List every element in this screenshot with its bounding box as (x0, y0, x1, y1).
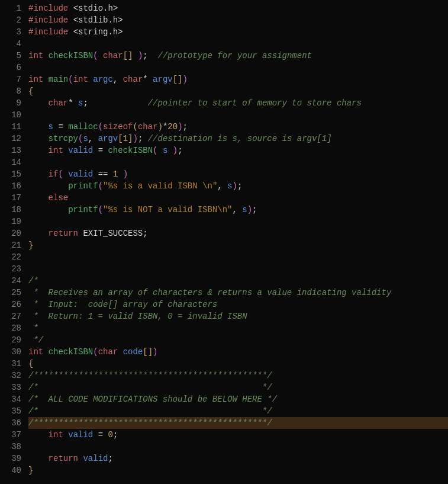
line-number: 39 (0, 453, 21, 464)
line-number: 9 (0, 97, 21, 109)
code-content[interactable]: #include <stdio.h>#include <stdlib.h>#in… (28, 2, 448, 476)
code-line[interactable]: * Receives an array of characters & retu… (28, 287, 448, 299)
line-number: 36 (0, 417, 21, 429)
code-line[interactable]: * Input: code[] array of characters (28, 299, 448, 310)
code-line[interactable]: int valid = checkISBN( s ); (28, 145, 448, 156)
line-number: 10 (0, 109, 21, 121)
code-line[interactable]: /***************************************… (28, 370, 448, 382)
code-line[interactable]: printf("%s is NOT a valid ISBN\n", s); (28, 204, 448, 216)
line-number: 31 (0, 358, 21, 370)
code-line[interactable] (28, 263, 448, 275)
code-line[interactable]: } (28, 464, 448, 476)
line-number: 23 (0, 263, 21, 275)
code-line[interactable] (28, 216, 448, 227)
code-line[interactable]: * (28, 322, 448, 334)
line-number: 25 (0, 287, 21, 299)
code-line[interactable]: return EXIT_SUCCESS; (28, 227, 448, 239)
code-line[interactable]: else (28, 192, 448, 204)
code-line[interactable]: printf("%s is a valid ISBN \n", s); (28, 180, 448, 192)
line-number: 33 (0, 382, 21, 393)
code-line[interactable] (28, 251, 448, 263)
code-line[interactable]: } (28, 239, 448, 251)
line-number: 3 (0, 26, 21, 38)
line-number: 29 (0, 334, 21, 346)
line-number: 4 (0, 38, 21, 50)
code-line[interactable]: int main(int argc, char* argv[]) (28, 73, 448, 85)
code-line[interactable] (28, 38, 448, 50)
line-number: 7 (0, 73, 21, 85)
code-line[interactable]: /* */ (28, 405, 448, 417)
line-number: 1 (0, 2, 21, 14)
line-number: 38 (0, 441, 21, 453)
code-line[interactable]: { (28, 85, 448, 97)
code-line[interactable]: #include <stdlib.h> (28, 14, 448, 26)
line-number: 40 (0, 464, 21, 476)
code-line[interactable] (28, 441, 448, 453)
code-line[interactable]: char* s; //pointer to start of memory to… (28, 97, 448, 109)
line-number: 20 (0, 227, 21, 239)
code-editor[interactable]: 1234567891011121314151617181920212223242… (0, 2, 448, 476)
line-number: 27 (0, 310, 21, 322)
code-line[interactable]: return valid; (28, 453, 448, 464)
code-line[interactable] (28, 109, 448, 121)
code-line[interactable]: s = malloc(sizeof(char)*20); (28, 121, 448, 133)
line-number: 5 (0, 50, 21, 62)
code-line[interactable]: strcpy(s, argv[1]); //destination is s, … (28, 133, 448, 145)
line-number: 13 (0, 145, 21, 156)
line-number: 24 (0, 275, 21, 287)
line-number: 26 (0, 299, 21, 310)
code-line[interactable]: /* ALL CODE MODIFICATIONS should be BELO… (28, 393, 448, 405)
code-line[interactable]: int valid = 0; (28, 429, 448, 441)
code-line[interactable]: int checkISBN(char code[]) (28, 346, 448, 358)
line-number: 34 (0, 393, 21, 405)
code-line[interactable]: /* (28, 275, 448, 287)
line-number: 28 (0, 322, 21, 334)
line-number: 21 (0, 239, 21, 251)
line-number: 18 (0, 204, 21, 216)
line-number: 2 (0, 14, 21, 26)
line-number: 12 (0, 133, 21, 145)
line-number: 16 (0, 180, 21, 192)
code-line[interactable] (28, 62, 448, 73)
line-number: 15 (0, 168, 21, 180)
line-number: 19 (0, 216, 21, 227)
line-number: 37 (0, 429, 21, 441)
code-line[interactable]: if( valid == 1 ) (28, 168, 448, 180)
line-number: 22 (0, 251, 21, 263)
line-number: 32 (0, 370, 21, 382)
line-number: 30 (0, 346, 21, 358)
code-line[interactable]: #include <stdio.h> (28, 2, 448, 14)
line-number: 8 (0, 85, 21, 97)
line-number: 6 (0, 62, 21, 73)
code-line[interactable] (28, 156, 448, 168)
line-number-gutter: 1234567891011121314151617181920212223242… (0, 2, 28, 476)
code-line[interactable]: { (28, 358, 448, 370)
code-line[interactable]: /* */ (28, 382, 448, 393)
line-number: 17 (0, 192, 21, 204)
line-number: 35 (0, 405, 21, 417)
code-line[interactable]: */ (28, 334, 448, 346)
code-line[interactable]: int checkISBN( char[] ); //prototype for… (28, 50, 448, 62)
code-line[interactable]: * Return: 1 = valid ISBN, 0 = invalid IS… (28, 310, 448, 322)
line-number: 14 (0, 156, 21, 168)
code-line[interactable]: /***************************************… (28, 417, 448, 429)
code-line[interactable]: #include <string.h> (28, 26, 448, 38)
line-number: 11 (0, 121, 21, 133)
